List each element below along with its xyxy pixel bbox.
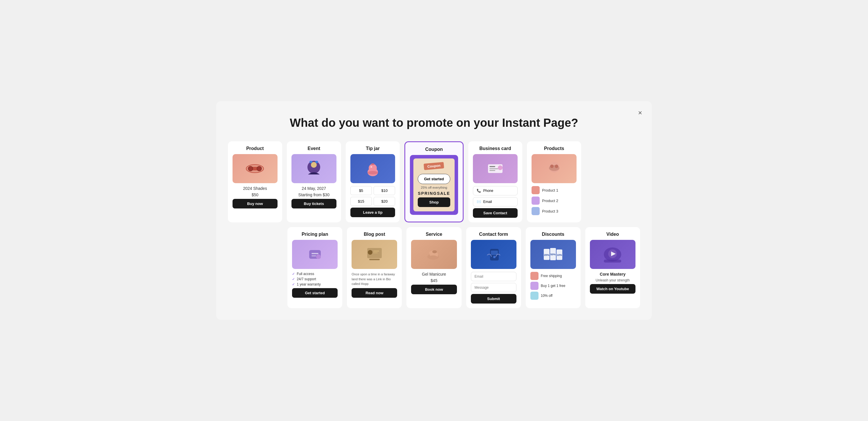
svg-rect-24 (311, 255, 316, 256)
product-item-label-2: Product 2 (542, 199, 558, 203)
svg-rect-30 (373, 252, 378, 253)
contact-card-content: Submit (471, 272, 517, 304)
discount-thumb-1 (530, 272, 538, 280)
svg-rect-14 (490, 166, 495, 167)
video-subtitle: Unleash your strength (596, 278, 630, 282)
book-now-button[interactable]: Book now (411, 285, 457, 294)
service-name: Gel Manicure (422, 272, 446, 277)
message-input[interactable] (471, 283, 517, 292)
svg-point-10 (368, 171, 378, 174)
email-label: Email (483, 200, 492, 204)
email-input[interactable] (471, 272, 517, 281)
cards-row-1: Product 2024 Shades $50 Buy now Event (228, 141, 640, 222)
close-button[interactable]: × (634, 107, 646, 119)
svg-point-20 (550, 165, 554, 168)
cards-row-2-wrapper: Pricing plan ✓ Full access ✓ (228, 227, 640, 308)
card-pricing[interactable]: Pricing plan ✓ Full access ✓ (287, 227, 342, 308)
bizcard-card-content: 📞 Phone ✉️ Email Save Contact (473, 186, 518, 218)
svg-text:10%: 10% (557, 254, 562, 256)
check-label-2: 24/7 support (297, 277, 316, 281)
blog-text: Once upon a time in a faraway land there… (351, 272, 397, 286)
leave-tip-button[interactable]: Leave a tip (350, 207, 395, 217)
products-card-content: Product 1 Product 2 Product 3 (531, 186, 577, 218)
event-card-content: 24 May, 2027 Starting from $30 Buy ticke… (291, 186, 337, 218)
event-image (291, 154, 337, 183)
product-list: Product 1 Product 2 Product 3 (531, 186, 577, 215)
blog-card-content: Once upon a time in a faraway land there… (351, 272, 397, 304)
card-discounts[interactable]: Discounts 20% 50% 10% Free shipping (526, 227, 581, 308)
product-item-label-1: Product 1 (542, 188, 558, 193)
coupon-discount: 25% off everything (421, 186, 447, 189)
tip-btn-15[interactable]: $15 (350, 197, 372, 206)
svg-point-28 (368, 250, 372, 255)
card-bizcard[interactable]: Business card 📞 Phone ✉️ Email (468, 141, 523, 222)
event-date: 24 May, 2027 (302, 186, 326, 191)
card-products[interactable]: Products Product 1 Produc (527, 141, 581, 222)
svg-point-3 (257, 166, 261, 171)
card-product[interactable]: Product 2024 Shades $50 Buy now (228, 141, 282, 222)
coupon-code: SPRINGSALE (418, 191, 450, 196)
discount-label-2: Buy 1 get 1 free (541, 284, 565, 288)
discount-label-3: 10% off (541, 293, 553, 298)
service-image (411, 240, 457, 269)
card-contact[interactable]: Contact form Submit (466, 227, 521, 308)
tipjar-image (350, 154, 395, 183)
card-blog[interactable]: Blog post Once upon a time in a faraway … (347, 227, 402, 308)
submit-button[interactable]: Submit (471, 294, 517, 304)
read-now-button[interactable]: Read now (351, 288, 397, 298)
phone-button[interactable]: 📞 Phone (473, 186, 518, 195)
check-list: ✓ Full access ✓ 24/7 support ✓ 1 year wa… (292, 272, 338, 286)
check-label-1: Full access (297, 272, 314, 276)
product-price: $50 (252, 193, 258, 197)
discount-label-1: Free shipping (541, 274, 562, 278)
svg-point-12 (370, 166, 372, 168)
tip-amounts-grid: $5 $10 $15 $20 (350, 186, 395, 206)
get-started-pricing-button[interactable]: Get started (292, 288, 338, 298)
video-card-content: Core Mastery Unleash your strength Watch… (590, 272, 636, 304)
products-image (531, 154, 577, 183)
product-thumb-3 (531, 207, 540, 215)
modal: × What do you want to promote on your In… (216, 101, 652, 320)
card-products-title: Products (531, 146, 577, 151)
video-image (590, 240, 636, 269)
svg-rect-23 (311, 253, 318, 254)
svg-text:50%: 50% (550, 253, 556, 256)
product-list-item-1: Product 1 (531, 186, 577, 194)
discounts-image: 20% 50% 10% (530, 240, 576, 269)
product-thumb-1 (531, 186, 540, 194)
card-event[interactable]: Event 24 May, 2027 Starting from $30 Buy… (287, 141, 341, 222)
card-service-title: Service (411, 232, 457, 237)
svg-point-2 (248, 166, 253, 171)
card-product-title: Product (232, 146, 278, 151)
card-coupon-title: Coupon (410, 147, 458, 152)
svg-point-9 (369, 164, 377, 172)
check-label-3: 1 year warranty (297, 282, 321, 286)
save-contact-button[interactable]: Save Contact (473, 208, 518, 218)
product-list-item-3: Product 3 (531, 207, 577, 215)
card-service[interactable]: Service Gel Manicure $45 Book now (406, 227, 461, 308)
shop-button[interactable]: Shop (418, 197, 450, 207)
card-video-title: Video (590, 232, 636, 237)
card-coupon[interactable]: Coupon Coupon Get started 25% off everyt… (404, 141, 463, 222)
modal-title: What do you want to promote on your Inst… (228, 116, 640, 130)
card-video[interactable]: Video Core Mastery Unleash your strength… (585, 227, 640, 308)
get-started-button[interactable]: Get started (418, 174, 450, 184)
tip-btn-20[interactable]: $20 (374, 197, 395, 206)
discount-item-1: Free shipping (530, 272, 576, 280)
phone-label: Phone (483, 189, 494, 193)
discounts-card-content: Free shipping Buy 1 get 1 free 10% off (530, 272, 576, 304)
blog-image (351, 240, 397, 269)
coupon-inner: Coupon Get started 25% off everything SP… (410, 155, 458, 215)
buy-tickets-button[interactable]: Buy tickets (291, 199, 337, 208)
tip-btn-5[interactable]: $5 (350, 186, 372, 195)
product-image (232, 154, 278, 183)
card-pricing-title: Pricing plan (292, 232, 338, 237)
tipjar-card-content: $5 $10 $15 $20 Leave a tip (350, 186, 395, 218)
watch-youtube-button[interactable]: Watch on Youtube (590, 284, 636, 293)
svg-point-21 (555, 165, 558, 168)
buy-now-button[interactable]: Buy now (232, 199, 278, 208)
tip-btn-10[interactable]: $10 (374, 186, 395, 195)
svg-rect-15 (490, 168, 498, 169)
email-button[interactable]: ✉️ Email (473, 197, 518, 206)
card-tipjar[interactable]: Tip jar $5 $10 $15 $20 Leave a tip (346, 141, 400, 222)
